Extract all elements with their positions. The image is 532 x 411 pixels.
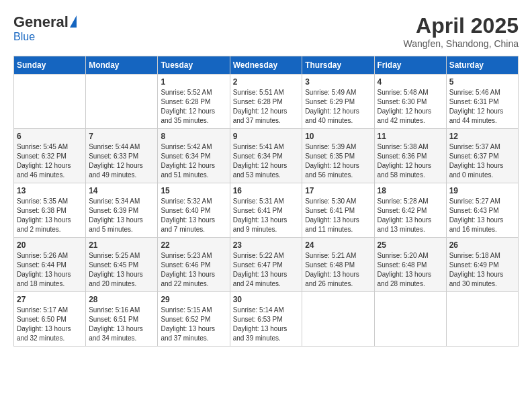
day-number: 4 bbox=[378, 77, 443, 87]
day-detail: Sunrise: 5:35 AMSunset: 6:38 PMDaylight:… bbox=[17, 197, 83, 234]
day-detail: Sunrise: 5:37 AMSunset: 6:37 PMDaylight:… bbox=[449, 142, 515, 180]
day-number: 6 bbox=[17, 132, 83, 141]
logo-triangle-icon bbox=[70, 15, 77, 28]
day-number: 9 bbox=[233, 132, 300, 141]
day-number: 17 bbox=[305, 186, 371, 195]
day-number: 26 bbox=[449, 240, 515, 250]
calendar-day-cell: 3Sunrise: 5:49 AMSunset: 6:29 PMDaylight… bbox=[302, 75, 374, 129]
calendar-day-cell bbox=[446, 292, 518, 347]
logo: General Blue bbox=[13, 13, 77, 43]
day-number: 22 bbox=[161, 240, 226, 250]
calendar-day-cell: 14Sunrise: 5:34 AMSunset: 6:39 PMDayligh… bbox=[86, 183, 158, 238]
day-number: 2 bbox=[233, 77, 300, 87]
day-number: 21 bbox=[89, 240, 154, 250]
day-detail: Sunrise: 5:23 AMSunset: 6:46 PMDaylight:… bbox=[161, 251, 226, 289]
day-number: 24 bbox=[305, 240, 371, 250]
calendar-day-cell: 12Sunrise: 5:37 AMSunset: 6:37 PMDayligh… bbox=[446, 129, 518, 183]
calendar-header-row: SundayMondayTuesdayWednesdayThursdayFrid… bbox=[14, 56, 519, 75]
day-number: 28 bbox=[89, 295, 154, 304]
calendar-day-cell: 29Sunrise: 5:15 AMSunset: 6:52 PMDayligh… bbox=[158, 292, 230, 347]
month-title: April 2025 bbox=[404, 13, 519, 38]
calendar-day-cell: 10Sunrise: 5:39 AMSunset: 6:35 PMDayligh… bbox=[302, 129, 374, 183]
day-of-week-header: Wednesday bbox=[230, 56, 302, 75]
calendar-week-row: 27Sunrise: 5:17 AMSunset: 6:50 PMDayligh… bbox=[14, 292, 519, 347]
day-detail: Sunrise: 5:51 AMSunset: 6:28 PMDaylight:… bbox=[233, 88, 300, 126]
day-detail: Sunrise: 5:17 AMSunset: 6:50 PMDaylight:… bbox=[17, 306, 83, 343]
day-detail: Sunrise: 5:31 AMSunset: 6:41 PMDaylight:… bbox=[233, 197, 300, 234]
calendar-day-cell: 17Sunrise: 5:30 AMSunset: 6:41 PMDayligh… bbox=[302, 183, 374, 238]
day-detail: Sunrise: 5:42 AMSunset: 6:34 PMDaylight:… bbox=[161, 142, 226, 180]
calendar-day-cell: 21Sunrise: 5:25 AMSunset: 6:45 PMDayligh… bbox=[86, 238, 158, 292]
day-number: 3 bbox=[305, 77, 371, 87]
day-detail: Sunrise: 5:46 AMSunset: 6:31 PMDaylight:… bbox=[449, 88, 515, 126]
page-header: General Blue April 2025 Wangfen, Shandon… bbox=[13, 13, 519, 49]
day-detail: Sunrise: 5:16 AMSunset: 6:51 PMDaylight:… bbox=[89, 306, 154, 343]
calendar-week-row: 20Sunrise: 5:26 AMSunset: 6:44 PMDayligh… bbox=[14, 238, 519, 292]
calendar-day-cell: 24Sunrise: 5:21 AMSunset: 6:48 PMDayligh… bbox=[302, 238, 374, 292]
day-detail: Sunrise: 5:38 AMSunset: 6:36 PMDaylight:… bbox=[378, 142, 443, 180]
calendar-day-cell: 6Sunrise: 5:45 AMSunset: 6:32 PMDaylight… bbox=[14, 129, 86, 183]
day-number: 13 bbox=[17, 186, 83, 195]
day-detail: Sunrise: 5:15 AMSunset: 6:52 PMDaylight:… bbox=[161, 306, 226, 343]
calendar-day-cell bbox=[14, 75, 86, 129]
day-detail: Sunrise: 5:22 AMSunset: 6:47 PMDaylight:… bbox=[233, 251, 300, 289]
calendar-day-cell: 7Sunrise: 5:44 AMSunset: 6:33 PMDaylight… bbox=[86, 129, 158, 183]
calendar-day-cell: 2Sunrise: 5:51 AMSunset: 6:28 PMDaylight… bbox=[230, 75, 302, 129]
calendar-day-cell: 15Sunrise: 5:32 AMSunset: 6:40 PMDayligh… bbox=[158, 183, 230, 238]
day-number: 25 bbox=[378, 240, 443, 250]
calendar-day-cell: 13Sunrise: 5:35 AMSunset: 6:38 PMDayligh… bbox=[14, 183, 86, 238]
day-number: 16 bbox=[233, 186, 300, 195]
day-of-week-header: Sunday bbox=[14, 56, 86, 75]
day-number: 11 bbox=[378, 132, 443, 141]
day-of-week-header: Saturday bbox=[446, 56, 518, 75]
day-detail: Sunrise: 5:41 AMSunset: 6:34 PMDaylight:… bbox=[233, 142, 300, 180]
calendar-day-cell: 30Sunrise: 5:14 AMSunset: 6:53 PMDayligh… bbox=[230, 292, 302, 347]
calendar-day-cell: 8Sunrise: 5:42 AMSunset: 6:34 PMDaylight… bbox=[158, 129, 230, 183]
day-detail: Sunrise: 5:34 AMSunset: 6:39 PMDaylight:… bbox=[89, 197, 154, 234]
day-detail: Sunrise: 5:28 AMSunset: 6:42 PMDaylight:… bbox=[378, 197, 443, 234]
calendar-day-cell: 5Sunrise: 5:46 AMSunset: 6:31 PMDaylight… bbox=[446, 75, 518, 129]
calendar-day-cell: 26Sunrise: 5:18 AMSunset: 6:49 PMDayligh… bbox=[446, 238, 518, 292]
day-detail: Sunrise: 5:20 AMSunset: 6:48 PMDaylight:… bbox=[378, 251, 443, 289]
day-of-week-header: Monday bbox=[86, 56, 158, 75]
day-number: 23 bbox=[233, 240, 300, 250]
calendar-day-cell: 16Sunrise: 5:31 AMSunset: 6:41 PMDayligh… bbox=[230, 183, 302, 238]
day-detail: Sunrise: 5:18 AMSunset: 6:49 PMDaylight:… bbox=[449, 251, 515, 289]
day-number: 29 bbox=[161, 295, 226, 304]
day-number: 19 bbox=[449, 186, 515, 195]
day-detail: Sunrise: 5:45 AMSunset: 6:32 PMDaylight:… bbox=[17, 142, 83, 180]
day-detail: Sunrise: 5:49 AMSunset: 6:29 PMDaylight:… bbox=[305, 88, 371, 126]
logo-general-text: General bbox=[13, 13, 69, 31]
day-detail: Sunrise: 5:21 AMSunset: 6:48 PMDaylight:… bbox=[305, 251, 371, 289]
day-number: 14 bbox=[89, 186, 154, 195]
day-of-week-header: Friday bbox=[374, 56, 446, 75]
day-number: 27 bbox=[17, 295, 83, 304]
location-label: Wangfen, Shandong, China bbox=[404, 38, 519, 49]
calendar-day-cell: 19Sunrise: 5:27 AMSunset: 6:43 PMDayligh… bbox=[446, 183, 518, 238]
day-detail: Sunrise: 5:26 AMSunset: 6:44 PMDaylight:… bbox=[17, 251, 83, 289]
day-number: 12 bbox=[449, 132, 515, 141]
logo-blue-text: Blue bbox=[13, 31, 35, 43]
day-number: 30 bbox=[233, 295, 300, 304]
calendar-day-cell: 18Sunrise: 5:28 AMSunset: 6:42 PMDayligh… bbox=[374, 183, 446, 238]
calendar-week-row: 1Sunrise: 5:52 AMSunset: 6:28 PMDaylight… bbox=[14, 75, 519, 129]
day-number: 7 bbox=[89, 132, 154, 141]
calendar-day-cell: 25Sunrise: 5:20 AMSunset: 6:48 PMDayligh… bbox=[374, 238, 446, 292]
day-detail: Sunrise: 5:30 AMSunset: 6:41 PMDaylight:… bbox=[305, 197, 371, 234]
calendar-day-cell: 9Sunrise: 5:41 AMSunset: 6:34 PMDaylight… bbox=[230, 129, 302, 183]
day-of-week-header: Thursday bbox=[302, 56, 374, 75]
day-number: 18 bbox=[378, 186, 443, 195]
calendar-day-cell: 11Sunrise: 5:38 AMSunset: 6:36 PMDayligh… bbox=[374, 129, 446, 183]
calendar-day-cell: 22Sunrise: 5:23 AMSunset: 6:46 PMDayligh… bbox=[158, 238, 230, 292]
day-detail: Sunrise: 5:44 AMSunset: 6:33 PMDaylight:… bbox=[89, 142, 154, 180]
day-number: 5 bbox=[449, 77, 515, 87]
calendar-day-cell: 4Sunrise: 5:48 AMSunset: 6:30 PMDaylight… bbox=[374, 75, 446, 129]
day-number: 8 bbox=[161, 132, 226, 141]
day-detail: Sunrise: 5:48 AMSunset: 6:30 PMDaylight:… bbox=[378, 88, 443, 126]
calendar-day-cell: 1Sunrise: 5:52 AMSunset: 6:28 PMDaylight… bbox=[158, 75, 230, 129]
day-number: 1 bbox=[161, 77, 226, 87]
day-detail: Sunrise: 5:52 AMSunset: 6:28 PMDaylight:… bbox=[161, 88, 226, 126]
day-number: 15 bbox=[161, 186, 226, 195]
day-number: 10 bbox=[305, 132, 371, 141]
calendar-day-cell: 28Sunrise: 5:16 AMSunset: 6:51 PMDayligh… bbox=[86, 292, 158, 347]
